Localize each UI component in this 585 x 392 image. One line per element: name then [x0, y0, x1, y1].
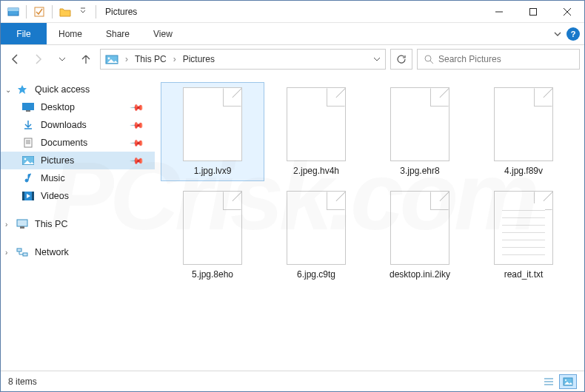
minimize-button[interactable] [482, 1, 516, 23]
tab-home[interactable]: Home [47, 23, 94, 44]
sidebar-item-label: Desktop [41, 102, 75, 112]
file-label: 5.jpg.8eho [192, 269, 233, 280]
pin-icon: 📌 [130, 153, 145, 169]
sidebar-item-label: Downloads [41, 120, 87, 130]
svg-point-8 [108, 58, 110, 60]
sidebar-item-music[interactable]: Music [1, 169, 155, 187]
navigation-row: › This PC › Pictures [1, 45, 584, 73]
address-bar[interactable]: › This PC › Pictures [100, 49, 386, 70]
this-pc-header[interactable]: › This PC [1, 215, 155, 233]
qat-dropdown-icon[interactable] [75, 4, 91, 20]
details-view-button[interactable] [540, 374, 558, 389]
file-item[interactable]: 3.jpg.ehr8 [368, 82, 472, 181]
back-button[interactable] [5, 50, 24, 69]
svg-rect-23 [20, 226, 24, 229]
search-icon [424, 54, 434, 64]
file-item[interactable]: desktop.ini.2iky [368, 186, 472, 285]
pin-icon: 📌 [130, 135, 145, 151]
expand-icon[interactable]: › [5, 249, 7, 257]
unknown-file-icon [287, 191, 346, 265]
file-item[interactable]: 2.jpeg.hv4h [264, 82, 368, 181]
navigation-pane[interactable]: ⌄ Quick access Desktop 📌 Downloads 📌 Doc… [1, 73, 155, 371]
ribbon-expand-icon[interactable] [553, 30, 562, 38]
tab-view[interactable]: View [141, 23, 184, 44]
sidebar-item-downloads[interactable]: Downloads 📌 [1, 116, 155, 134]
recent-dropdown[interactable] [53, 50, 72, 69]
help-icon[interactable]: ? [566, 27, 580, 41]
unknown-file-icon [287, 87, 346, 161]
maximize-button[interactable] [516, 1, 550, 23]
sidebar-item-label: Pictures [41, 155, 74, 166]
svg-rect-1 [8, 8, 19, 11]
window-controls [482, 1, 584, 23]
videos-icon [21, 189, 35, 203]
svg-point-9 [425, 55, 431, 61]
file-label: 2.jpeg.hv4h [293, 166, 339, 176]
svg-line-10 [430, 61, 433, 64]
sidebar-item-label: Documents [41, 138, 87, 148]
ribbon: File Home Share View ? [1, 23, 584, 45]
file-label: 6.jpg.c9tg [297, 269, 335, 280]
address-dropdown-icon[interactable] [373, 55, 381, 63]
pin-icon: 📌 [130, 100, 145, 115]
quick-access-header[interactable]: ⌄ Quick access [1, 81, 155, 98]
file-label: 1.jpg.lvx9 [194, 166, 232, 176]
sidebar-item-documents[interactable]: Documents 📌 [1, 134, 155, 152]
item-count: 8 items [8, 376, 37, 387]
forward-button[interactable] [29, 50, 48, 69]
file-label: read_it.txt [504, 269, 544, 280]
sidebar-item-videos[interactable]: Videos [1, 187, 155, 205]
expand-icon[interactable]: ⌄ [5, 86, 11, 94]
svg-rect-11 [22, 103, 34, 110]
network-header[interactable]: › Network [1, 243, 155, 261]
expand-icon[interactable]: › [5, 220, 7, 229]
crumb-this-pc[interactable]: This PC [135, 54, 167, 64]
svg-rect-21 [32, 192, 34, 200]
svg-rect-20 [22, 192, 24, 200]
file-pane[interactable]: 1.jpg.lvx92.jpeg.hv4h3.jpg.ehr84.jpg.f89… [155, 73, 584, 371]
sidebar-item-label: Music [41, 173, 65, 183]
pc-icon [16, 217, 29, 231]
close-button[interactable] [550, 1, 584, 23]
file-label: desktop.ini.2iky [390, 269, 450, 280]
thumbnails-view-button[interactable] [559, 374, 577, 389]
file-item[interactable]: read_it.txt [472, 186, 575, 285]
quick-access-label: Quick access [35, 84, 90, 95]
file-item[interactable]: 6.jpg.c9tg [264, 186, 368, 285]
app-icon [5, 4, 21, 20]
folder-icon[interactable] [57, 4, 73, 20]
unknown-file-icon [390, 87, 449, 161]
sidebar-item-desktop[interactable]: Desktop 📌 [1, 98, 155, 116]
documents-icon [21, 136, 35, 149]
file-item[interactable]: 4.jpg.f89v [472, 82, 575, 181]
sidebar-item-label: Videos [41, 191, 69, 201]
quick-access-toolbar: Pictures [1, 4, 137, 20]
unknown-file-icon [183, 87, 242, 161]
sidebar-item-pictures[interactable]: Pictures 📌 [1, 152, 155, 169]
tab-share[interactable]: Share [94, 23, 141, 44]
main-area: ⌄ Quick access Desktop 📌 Downloads 📌 Doc… [1, 73, 584, 371]
unknown-file-icon [390, 191, 449, 265]
file-item[interactable]: 5.jpg.8eho [161, 186, 264, 285]
up-button[interactable] [76, 50, 96, 69]
network-icon [16, 246, 29, 259]
search-input[interactable] [438, 54, 573, 64]
unknown-file-icon [183, 191, 242, 265]
svg-rect-12 [26, 110, 30, 112]
crumb-chevron-icon[interactable]: › [125, 54, 128, 64]
file-tab[interactable]: File [1, 23, 47, 44]
crumb-chevron-icon[interactable]: › [173, 54, 176, 64]
refresh-button[interactable] [390, 49, 412, 70]
status-bar: 8 items [1, 371, 584, 391]
file-grid: 1.jpg.lvx92.jpeg.hv4h3.jpg.ehr84.jpg.f89… [161, 82, 578, 285]
file-item[interactable]: 1.jpg.lvx9 [161, 82, 264, 181]
crumb-pictures[interactable]: Pictures [183, 54, 215, 64]
search-box[interactable] [417, 49, 580, 70]
properties-icon[interactable] [31, 4, 47, 20]
text-file-icon [494, 191, 553, 265]
file-label: 4.jpg.f89v [504, 166, 543, 176]
unknown-file-icon [494, 87, 553, 161]
pin-icon: 📌 [130, 118, 145, 133]
pictures-icon [21, 154, 35, 167]
svg-rect-24 [17, 249, 21, 251]
